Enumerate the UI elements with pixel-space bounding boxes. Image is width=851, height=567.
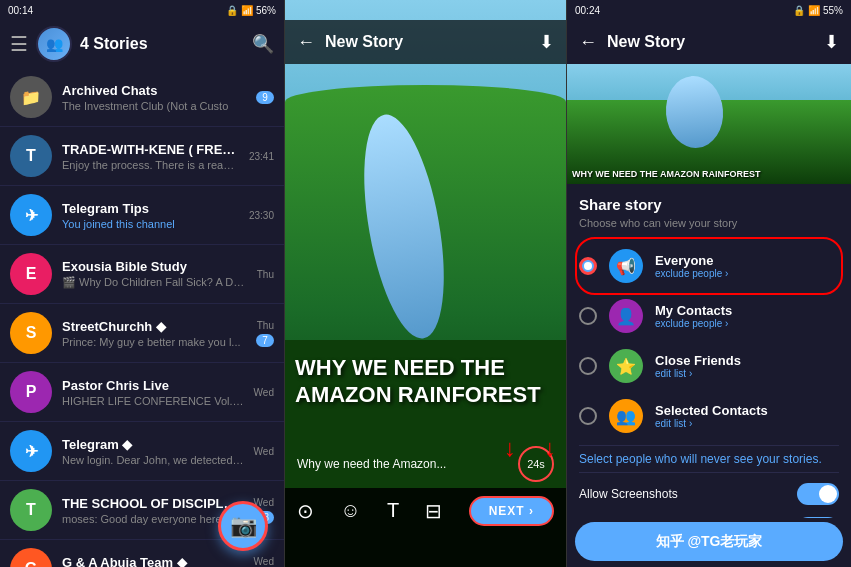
chat-name: Archived Chats [62,83,246,98]
option-sublabel[interactable]: exclude people › [655,268,839,279]
chat-info: StreetChurchh ◆ Prince: My guy e better … [62,319,246,348]
status-bar-3: 00:24 🔒 📶 55% [567,0,851,20]
badge: 7 [256,334,274,347]
list-item[interactable]: P Pastor Chris Live HIGHER LIFE CONFEREN… [0,363,284,422]
select-people-link[interactable]: Select people who will never see your st… [579,452,839,466]
p3-back-arrow-btn[interactable]: ← [579,32,597,53]
timer-button[interactable]: 24s [518,446,554,482]
caption-bar: Why we need the Amazon... 24s [285,440,566,488]
option-sublabel[interactable]: exclude people › [655,318,839,329]
option-label: Selected Contacts [655,403,839,418]
panel-chat-list: 00:14 🔒 📶 56% ☰ 👥 4 Stories 🔍 📁 Archived… [0,0,284,567]
status-icons-3: 🔒 📶 55% [793,5,843,16]
list-item[interactable]: ✈ Telegram Tips You joined this channel … [0,186,284,245]
chat-time: Wed [254,446,274,457]
radio-selected-contacts[interactable] [579,407,597,425]
toggle-screenshots-label: Allow Screenshots [579,487,678,501]
tool-crop-icon[interactable]: ⊟ [425,499,442,523]
panel-new-story: 00:19 🔒 📶 55% WHY WE NEED THE AMAZON RAI… [284,0,567,567]
toggle-row-profile: Post to My Profile [579,511,839,518]
panel-share-story: 00:24 🔒 📶 55% ← New Story ⬇ WHY WE NEED … [567,0,851,567]
option-label: Close Friends [655,353,839,368]
share-title: Share story [579,196,839,213]
status-time-1: 00:14 [8,5,33,16]
chat-preview: Prince: My guy e better make you l... [62,336,246,348]
chat-name: Pastor Chris Live [62,378,244,393]
chat-time: Thu [257,269,274,280]
chat-name: TRADE-WITH-KENE ( FREE G... [62,142,239,157]
option-info-selected-contacts: Selected Contacts edit list › [655,403,839,429]
chat-name: Telegram Tips [62,201,239,216]
chat-meta: 9 [256,91,274,104]
chat-preview: New login. Dear John, we detected a l... [62,454,244,466]
status-time-3: 00:24 [575,5,600,16]
chat-info: Telegram Tips You joined this channel [62,201,239,230]
badge: 9 [256,91,274,104]
download-icon[interactable]: ⬇ [539,31,554,53]
next-button[interactable]: NEXT › [469,496,554,526]
avatar: G [10,548,52,567]
chat-meta: Wed [254,387,274,398]
chat-name: THE SCHOOL OF DISCIPLES.... [62,496,237,511]
chat-info: Pastor Chris Live HIGHER LIFE CONFERENCE… [62,378,244,407]
share-option-selected-contacts[interactable]: 👥 Selected Contacts edit list › [579,391,839,441]
avatar: S [10,312,52,354]
stories-avatar-img: 👥 [36,26,72,62]
chat-info: THE SCHOOL OF DISCIPLES.... moses: Good … [62,496,237,525]
p2-title: New Story [325,33,539,51]
list-item[interactable]: E Exousia Bible Study 🎬 Why Do Children … [0,245,284,304]
option-label: Everyone [655,253,839,268]
p3-title: New Story [607,33,824,51]
chat-meta: Wed [254,446,274,457]
avatar: ✈ [10,430,52,472]
p3-next-button[interactable]: 知乎 @TG老玩家 [575,522,843,561]
p3-download-icon[interactable]: ⬇ [824,31,839,53]
divider [579,472,839,473]
option-sublabel[interactable]: edit list › [655,368,839,379]
toggle-row-screenshots: Allow Screenshots [579,477,839,511]
toggle-profile[interactable] [797,517,839,518]
radio-close-friends[interactable] [579,357,597,375]
list-item[interactable]: T TRADE-WITH-KENE ( FREE G... Enjoy the … [0,127,284,186]
divider [579,445,839,446]
avatar: ✈ [10,194,52,236]
radio-everyone[interactable] [579,257,597,275]
menu-icon[interactable]: ☰ [10,32,28,56]
chat-time: Thu [257,320,274,331]
search-icon[interactable]: 🔍 [252,33,274,55]
share-option-close-friends[interactable]: ⭐ Close Friends edit list › [579,341,839,391]
toggle-screenshots[interactable] [797,483,839,505]
caption-text: Why we need the Amazon... [297,457,510,471]
header-bar-1: ☰ 👥 4 Stories 🔍 [0,20,284,68]
share-subtitle: Choose who can view your story [579,217,839,229]
radio-contacts[interactable] [579,307,597,325]
option-label: My Contacts [655,303,839,318]
chat-meta: 23:30 [249,210,274,221]
list-item[interactable]: ✈ Telegram ◆ New login. Dear John, we de… [0,422,284,481]
list-item[interactable]: 📁 Archived Chats The Investment Club (No… [0,68,284,127]
camera-fab-button[interactable]: 📷 [218,501,268,551]
chat-info: Exousia Bible Study 🎬 Why Do Children Fa… [62,259,247,289]
tool-draw-icon[interactable]: ⊙ [297,499,314,523]
selected-contacts-icon: 👥 [609,399,643,433]
chat-meta: Thu 7 [256,320,274,347]
chat-meta: Thu [257,269,274,280]
tool-text-icon[interactable]: T [387,499,399,522]
avatar: T [10,135,52,177]
share-option-contacts[interactable]: 👤 My Contacts exclude people › [579,291,839,341]
chat-list: 📁 Archived Chats The Investment Club (No… [0,68,284,567]
p2-tools: ⊙ ☺ T ⊟ NEXT › [297,496,554,526]
everyone-icon: 📢 [609,249,643,283]
status-bar-1: 00:14 🔒 📶 56% [0,0,284,20]
share-option-everyone[interactable]: 📢 Everyone exclude people › [579,241,839,291]
option-sublabel[interactable]: edit list › [655,418,839,429]
list-item[interactable]: S StreetChurchh ◆ Prince: My guy e bette… [0,304,284,363]
share-sheet: Share story Choose who can view your sto… [567,184,851,518]
tool-sticker-icon[interactable]: ☺ [340,499,360,522]
chat-info: G & A Abuja Team ◆ CEO Gtext and ASSOCIA… [62,555,243,568]
stories-avatar: 👥 [36,26,72,62]
chat-preview: You joined this channel [62,218,239,230]
back-arrow-btn[interactable]: ← [297,32,315,53]
chat-preview: HIGHER LIFE CONFERENCE Vol. 10 Pa... [62,395,244,407]
story-text-overlay: WHY WE NEED THE AMAZON RAINFOREST [295,355,556,408]
